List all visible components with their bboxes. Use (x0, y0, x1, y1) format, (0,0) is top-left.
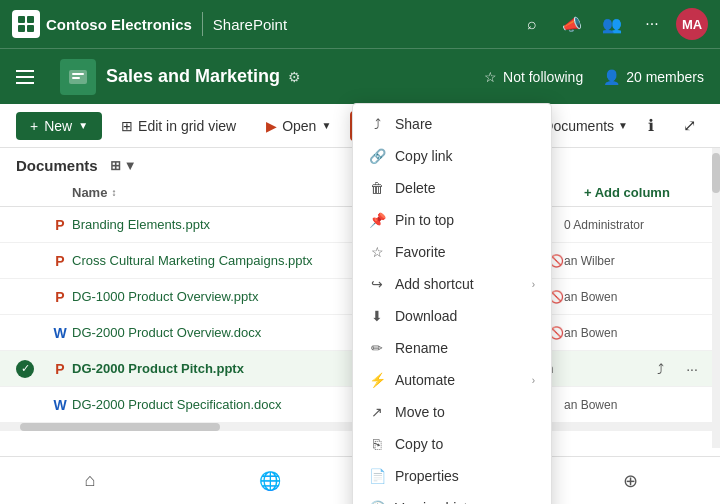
menu-label-add-shortcut: Add shortcut (395, 276, 522, 292)
menu-item-copy-link[interactable]: 🔗 Copy link (353, 140, 551, 172)
menu-item-rename[interactable]: ✏ Rename (353, 332, 551, 364)
globe-icon: 🌐 (259, 470, 281, 492)
megaphone-icon[interactable]: 📣 (556, 8, 588, 40)
svg-rect-1 (27, 16, 34, 23)
file-type-icon: P (48, 361, 72, 377)
open-label: Open (282, 118, 316, 134)
menu-item-pin[interactable]: 📌 Pin to top (353, 204, 551, 236)
info-button[interactable]: ℹ (636, 111, 666, 141)
vertical-scrollbar[interactable] (712, 148, 720, 448)
open-button[interactable]: ▶ Open ▼ (255, 112, 342, 140)
copy-icon: ⎘ (369, 436, 385, 452)
settings-icon[interactable]: ⚙ (288, 69, 301, 85)
menu-label-automate: Automate (395, 372, 522, 388)
site-title: Sales and Marketing (106, 66, 280, 87)
logo-icon (12, 10, 40, 38)
product-name: SharePoint (213, 16, 287, 33)
row-actions: ⤴ ··· (648, 357, 704, 381)
trash-icon: 🗑 (369, 180, 385, 196)
file-modified-by: an Bowen (564, 290, 704, 304)
docs-title: Documents (16, 157, 98, 174)
row-more-icon[interactable]: ··· (680, 357, 704, 381)
selected-check-icon: ✓ (16, 360, 34, 378)
file-type-icon: W (48, 397, 72, 413)
menu-item-copy-to[interactable]: ⎘ Copy to (353, 428, 551, 460)
menu-label-favorite: Favorite (395, 244, 535, 260)
company-name: Contoso Electronics (46, 16, 192, 33)
share-icon: ⤴ (369, 116, 385, 132)
file-modified-by: an Bowen (564, 326, 704, 340)
menu-label-properties: Properties (395, 468, 535, 484)
menu-label-copy-to: Copy to (395, 436, 535, 452)
nav-home-button[interactable]: ⌂ (66, 457, 114, 505)
chevron-right-icon: › (532, 279, 535, 290)
not-following-label: Not following (503, 69, 583, 85)
new-chevron-icon: ▼ (78, 120, 88, 131)
link-icon: 🔗 (369, 148, 385, 164)
context-menu: ⤴ Share 🔗 Copy link 🗑 Delete 📌 Pin to to… (352, 103, 552, 504)
nav-icons: ⌕ 📣 👥 ··· MA (516, 8, 708, 40)
star-icon: ☆ (369, 244, 385, 260)
view-selector[interactable]: ⊞ ▼ (106, 156, 141, 175)
new-label: New (44, 118, 72, 134)
automate-icon: ⚡ (369, 372, 385, 388)
file-modified-by: an Bowen (564, 398, 704, 412)
pptx-icon: P (55, 289, 64, 305)
nav-plus-button[interactable]: ⊕ (606, 457, 654, 505)
pin-icon: 📌 (369, 212, 385, 228)
row-checkbox[interactable]: ✓ (16, 360, 48, 378)
svg-rect-0 (18, 16, 25, 23)
more-icon[interactable]: ··· (636, 8, 668, 40)
members-button[interactable]: 👤 20 members (603, 69, 704, 85)
properties-icon: 📄 (369, 468, 385, 484)
open-chevron-icon: ▼ (321, 120, 331, 131)
svg-rect-6 (72, 77, 80, 79)
pptx-icon: P (55, 253, 64, 269)
new-icon: + (30, 118, 38, 134)
file-type-icon: P (48, 289, 72, 305)
history-icon: 🕒 (369, 500, 385, 504)
edit-grid-label: Edit in grid view (138, 118, 236, 134)
name-sort-icon: ↕ (111, 187, 116, 198)
people-icon[interactable]: 👥 (596, 8, 628, 40)
chevron-right-icon: › (532, 375, 535, 386)
view-chevron-icon: ▼ (124, 158, 137, 173)
members-label: 20 members (626, 69, 704, 85)
hamburger-button[interactable] (16, 61, 48, 93)
file-type-icon: W (48, 325, 72, 341)
menu-item-favorite[interactable]: ☆ Favorite (353, 236, 551, 268)
download-icon: ⬇ (369, 308, 385, 324)
file-modified-by: an Wilber (564, 254, 704, 268)
menu-label-version-history: Version history (395, 500, 535, 504)
new-button[interactable]: + New ▼ (16, 112, 102, 140)
open-icon: ▶ (266, 118, 277, 134)
scrollbar-thumb[interactable] (20, 423, 220, 431)
menu-item-version-history[interactable]: 🕒 Version history (353, 492, 551, 504)
menu-item-download[interactable]: ⬇ Download (353, 300, 551, 332)
add-column-button[interactable]: + Add column (584, 185, 704, 200)
menu-item-add-shortcut[interactable]: ↪ Add shortcut › (353, 268, 551, 300)
not-following-button[interactable]: ☆ Not following (484, 69, 583, 85)
all-docs-chevron-icon: ▼ (618, 120, 628, 131)
nav-divider (202, 12, 203, 36)
search-icon[interactable]: ⌕ (516, 8, 548, 40)
svg-rect-3 (27, 25, 34, 32)
edit-grid-button[interactable]: ⊞ Edit in grid view (110, 112, 247, 140)
rename-icon: ✏ (369, 340, 385, 356)
avatar[interactable]: MA (676, 8, 708, 40)
v-scrollbar-thumb[interactable] (712, 153, 720, 193)
row-share-icon[interactable]: ⤴ (648, 357, 672, 381)
menu-item-move-to[interactable]: ↗ Move to (353, 396, 551, 428)
file-type-icon: P (48, 217, 72, 233)
move-icon: ↗ (369, 404, 385, 420)
menu-item-share[interactable]: ⤴ Share (353, 108, 551, 140)
top-nav: Contoso Electronics SharePoint ⌕ 📣 👥 ···… (0, 0, 720, 48)
add-column-label: Add column (595, 185, 670, 200)
expand-button[interactable]: ⤢ (674, 111, 704, 141)
menu-item-delete[interactable]: 🗑 Delete (353, 172, 551, 204)
menu-item-automate[interactable]: ⚡ Automate › (353, 364, 551, 396)
menu-item-properties[interactable]: 📄 Properties (353, 460, 551, 492)
svg-rect-5 (72, 73, 84, 75)
menu-label-share: Share (395, 116, 535, 132)
nav-globe-button[interactable]: 🌐 (246, 457, 294, 505)
